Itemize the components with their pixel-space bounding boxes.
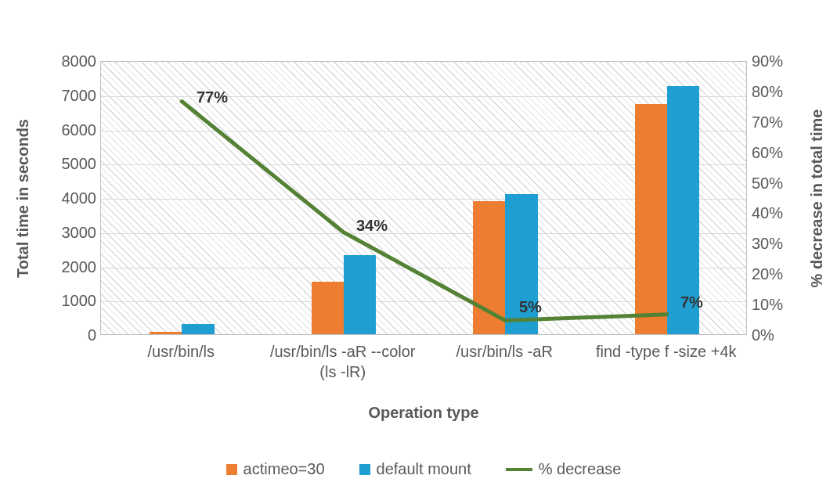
line-data-label: 77% [197, 88, 228, 106]
legend-label: default mount [377, 460, 471, 478]
legend: actimeo=30 default mount % decrease [100, 460, 747, 478]
y-left-tick: 0 [41, 326, 96, 344]
x-category-label: find -type f -size +4k [586, 341, 748, 362]
legend-item-decrease: % decrease [506, 460, 622, 478]
legend-swatch-icon [226, 464, 237, 475]
y-left-tick: 4000 [41, 189, 96, 207]
legend-label: actimeo=30 [244, 460, 325, 478]
y-axis-right-title: % decrease in total time [806, 61, 829, 335]
x-category-label: /usr/bin/ls -aR --color (ls -lR) [262, 341, 424, 382]
x-axis-title: Operation type [100, 404, 747, 422]
y-left-tick: 1000 [41, 292, 96, 310]
y-left-tick: 5000 [41, 155, 96, 173]
legend-item-default: default mount [359, 460, 471, 478]
y-right-tick: 0% [752, 326, 774, 344]
y-right-tick: 50% [752, 174, 783, 192]
x-category-label: /usr/bin/ls -aR [424, 341, 586, 362]
x-category-label: /usr/bin/ls [100, 341, 262, 362]
y-right-tick: 70% [752, 113, 783, 131]
plot-area: 77% 34% 5% 7% [100, 61, 747, 335]
legend-swatch-icon [359, 464, 370, 475]
legend-label: % decrease [539, 460, 622, 478]
y-right-tick: 20% [752, 265, 783, 283]
y-right-tick: 30% [752, 235, 783, 253]
y-axis-left-title: Total time in seconds [11, 61, 34, 335]
y-right-tick: 80% [752, 82, 783, 100]
y-left-tick: 2000 [41, 257, 96, 275]
y-left-tick: 6000 [41, 121, 96, 139]
y-left-tick: 3000 [41, 223, 96, 241]
legend-item-actimeo: actimeo=30 [226, 460, 325, 478]
line-data-label: 5% [519, 298, 542, 316]
y-right-tick: 60% [752, 143, 783, 161]
line-data-label: 34% [356, 217, 388, 235]
legend-swatch-icon [506, 468, 532, 471]
y-left-tick: 8000 [41, 52, 96, 70]
y-right-tick: 10% [752, 296, 783, 314]
line-data-label: 7% [680, 293, 703, 311]
y-left-tick: 7000 [41, 86, 96, 104]
y-right-tick: 90% [752, 52, 783, 70]
chart-root: Total time in seconds % decrease in tota… [0, 0, 837, 504]
y-right-tick: 40% [752, 204, 783, 222]
